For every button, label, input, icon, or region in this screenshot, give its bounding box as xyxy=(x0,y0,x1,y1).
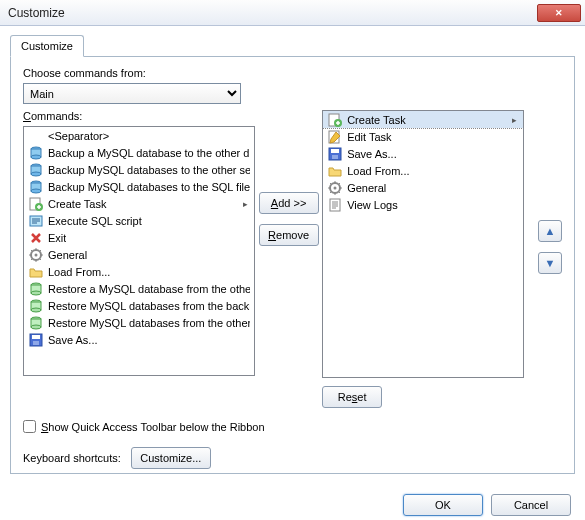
svg-point-8 xyxy=(31,189,41,193)
svg-point-22 xyxy=(31,325,41,329)
svg-point-33 xyxy=(334,186,337,189)
list-item-label: Create Task xyxy=(48,198,107,210)
folder-icon xyxy=(28,264,44,280)
blank-icon xyxy=(28,128,44,144)
cancel-button[interactable]: Cancel xyxy=(491,494,571,516)
list-item[interactable]: Execute SQL script xyxy=(24,212,254,229)
chevron-right-icon: ▸ xyxy=(243,199,250,209)
add-button[interactable]: Add >> xyxy=(259,192,319,214)
exit-icon xyxy=(28,230,44,246)
list-item-label: General xyxy=(48,249,87,261)
show-qat-below-checkbox[interactable] xyxy=(23,420,36,433)
move-down-button[interactable]: ▼ xyxy=(538,252,562,274)
list-item-label: Save As... xyxy=(347,148,397,160)
window-title: Customize xyxy=(8,6,537,20)
commands-source-combo[interactable]: Main xyxy=(23,83,241,104)
list-item-label: Backup MySQL databases to the SQL file xyxy=(48,181,250,193)
toolbar-listbox[interactable]: Create Task▸Edit TaskSave As...Load From… xyxy=(322,110,523,378)
list-item-label: Backup a MySQL database to the other d xyxy=(48,147,249,159)
list-item[interactable]: Create Task▸ xyxy=(323,111,522,128)
list-item[interactable]: Save As... xyxy=(323,145,522,162)
ok-button[interactable]: OK xyxy=(403,494,483,516)
keyboard-shortcuts-label: Keyboard shortcuts: xyxy=(23,452,121,464)
list-item[interactable]: View Logs xyxy=(323,196,522,213)
save-icon xyxy=(327,146,343,162)
list-item-label: Edit Task xyxy=(347,131,391,143)
restore-icon xyxy=(28,315,44,331)
create-icon xyxy=(327,112,343,128)
tab-customize[interactable]: Customize xyxy=(10,35,84,57)
list-item[interactable]: Restore a MySQL database from the other xyxy=(24,280,254,297)
commands-listbox[interactable]: <Separator>Backup a MySQL database to th… xyxy=(23,126,255,376)
move-up-button[interactable]: ▲ xyxy=(538,220,562,242)
db-icon xyxy=(28,179,44,195)
show-qat-label: Show Quick Access Toolbar below the Ribb… xyxy=(41,421,265,433)
svg-rect-25 xyxy=(33,341,39,345)
sql-icon xyxy=(28,213,44,229)
list-item[interactable]: Backup a MySQL database to the other d xyxy=(24,144,254,161)
remove-button[interactable]: Remove xyxy=(259,224,319,246)
customize-shortcuts-button[interactable]: Customize... xyxy=(131,447,211,469)
folder-icon xyxy=(327,163,343,179)
list-item[interactable]: Restore MySQL databases from the other xyxy=(24,314,254,331)
list-item-label: Restore a MySQL database from the other xyxy=(48,283,250,295)
list-item[interactable]: Restore MySQL databases from the backu xyxy=(24,297,254,314)
triangle-down-icon: ▼ xyxy=(545,257,556,269)
list-item[interactable]: Load From... xyxy=(323,162,522,179)
close-button[interactable]: ✕ xyxy=(537,4,581,22)
create-icon xyxy=(28,196,44,212)
choose-commands-label: Choose commands from: xyxy=(23,67,562,79)
tab-content: Choose commands from: Main Commands: <Se… xyxy=(10,56,575,474)
commands-label: Commands: xyxy=(23,110,255,122)
svg-point-19 xyxy=(31,308,41,312)
list-item-label: Exit xyxy=(48,232,66,244)
svg-point-13 xyxy=(35,253,38,256)
list-item[interactable]: Save As... xyxy=(24,331,254,348)
list-item[interactable]: General xyxy=(24,246,254,263)
reset-button[interactable]: Reset xyxy=(322,386,382,408)
gear-icon xyxy=(28,247,44,263)
db-icon xyxy=(28,162,44,178)
list-item[interactable]: Backup MySQL databases to the other se xyxy=(24,161,254,178)
log-icon xyxy=(327,197,343,213)
svg-rect-34 xyxy=(330,199,340,211)
edit-icon xyxy=(327,129,343,145)
list-item[interactable]: Load From... xyxy=(24,263,254,280)
restore-icon xyxy=(28,298,44,314)
list-item-label: Restore MySQL databases from the backu xyxy=(48,300,250,312)
list-item-label: <Separator> xyxy=(48,130,109,142)
db-icon xyxy=(28,145,44,161)
list-item-label: General xyxy=(347,182,386,194)
list-item-label: Execute SQL script xyxy=(48,215,142,227)
list-item[interactable]: Edit Task xyxy=(323,128,522,145)
chevron-right-icon: ▸ xyxy=(512,115,519,125)
list-item-label: Load From... xyxy=(48,266,110,278)
titlebar: Customize ✕ xyxy=(0,0,585,26)
list-item-label: Save As... xyxy=(48,334,98,346)
tab-strip: Customize xyxy=(0,26,585,56)
save-icon xyxy=(28,332,44,348)
list-item-label: View Logs xyxy=(347,199,398,211)
list-item-label: Restore MySQL databases from the other xyxy=(48,317,250,329)
list-item-label: Load From... xyxy=(347,165,409,177)
list-item[interactable]: Exit xyxy=(24,229,254,246)
svg-point-2 xyxy=(31,155,41,159)
close-icon: ✕ xyxy=(555,8,563,18)
list-item[interactable]: Create Task▸ xyxy=(24,195,254,212)
triangle-up-icon: ▲ xyxy=(545,225,556,237)
list-item-label: Create Task xyxy=(347,114,406,126)
list-item[interactable]: General xyxy=(323,179,522,196)
svg-rect-31 xyxy=(332,155,338,159)
svg-point-16 xyxy=(31,291,41,295)
svg-point-5 xyxy=(31,172,41,176)
svg-rect-24 xyxy=(32,335,40,339)
svg-rect-30 xyxy=(331,149,339,153)
restore-icon xyxy=(28,281,44,297)
gear-icon xyxy=(327,180,343,196)
list-item-label: Backup MySQL databases to the other se xyxy=(48,164,250,176)
list-item[interactable]: Backup MySQL databases to the SQL file xyxy=(24,178,254,195)
list-item[interactable]: <Separator> xyxy=(24,127,254,144)
dialog-footer: OK Cancel xyxy=(0,484,585,520)
